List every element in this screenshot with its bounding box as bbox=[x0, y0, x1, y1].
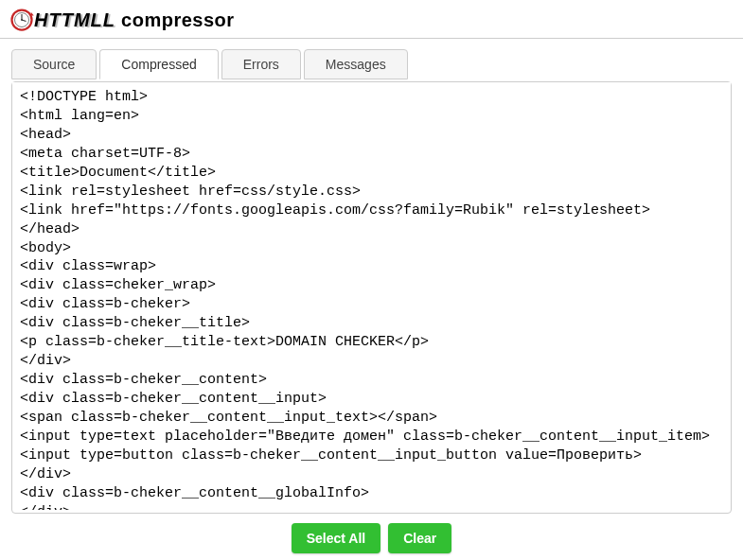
tab-compressed[interactable]: Compressed bbox=[99, 49, 218, 79]
tab-messages[interactable]: Messages bbox=[304, 49, 408, 79]
svg-point-4 bbox=[21, 19, 23, 21]
tab-label: Compressed bbox=[121, 57, 196, 72]
app-header: HTTMLL compressor bbox=[0, 0, 743, 39]
clock-icon bbox=[8, 6, 36, 34]
button-row: Select All Clear bbox=[11, 523, 732, 553]
clear-button[interactable]: Clear bbox=[388, 523, 451, 553]
tab-source[interactable]: Source bbox=[11, 49, 97, 79]
main-panel: Source Compressed Errors Messages Select… bbox=[0, 39, 743, 560]
tabs: Source Compressed Errors Messages bbox=[11, 48, 732, 79]
brand-html: HTTMLL bbox=[34, 9, 115, 30]
tab-label: Messages bbox=[326, 57, 386, 72]
tab-label: Errors bbox=[243, 57, 279, 72]
compressed-output[interactable] bbox=[12, 82, 731, 510]
brand-logo: HTTMLL compressor bbox=[8, 6, 735, 34]
brand-text: HTTMLL compressor bbox=[34, 9, 235, 31]
brand-suffix: compressor bbox=[115, 9, 235, 30]
tab-label: Source bbox=[33, 57, 75, 72]
output-panel bbox=[11, 81, 732, 514]
tab-errors[interactable]: Errors bbox=[221, 49, 301, 79]
select-all-button[interactable]: Select All bbox=[292, 523, 381, 553]
